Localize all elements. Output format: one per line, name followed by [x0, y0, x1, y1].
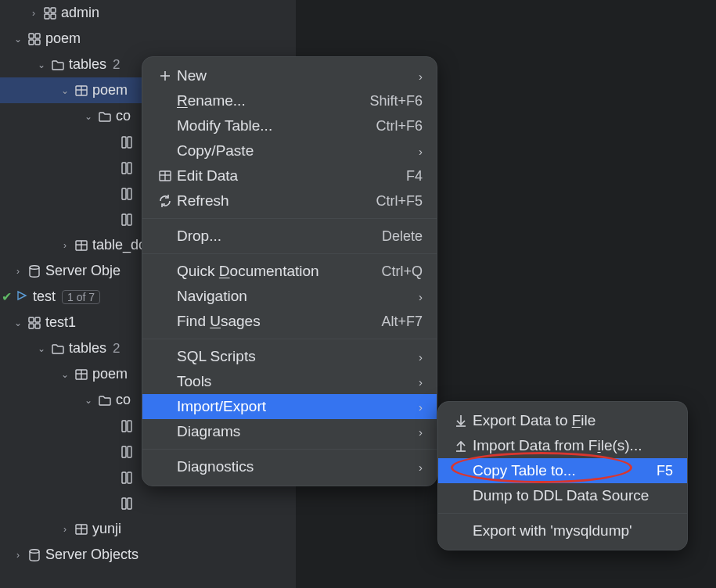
tree-label: yunji: [92, 521, 121, 537]
datasource-icon: [13, 290, 31, 304]
submenu-arrow-icon: ›: [419, 145, 423, 158]
chevron-down-icon: ⌄: [34, 59, 49, 70]
schema-icon: [25, 316, 44, 330]
menu-label: Find Usages: [177, 313, 381, 330]
menu-label: Navigation: [177, 288, 419, 305]
folder-icon: [95, 393, 114, 407]
chevron-down-icon: ⌄: [81, 111, 95, 122]
submenu-mysqldump[interactable]: Export with 'mysqldump': [438, 518, 687, 543]
refresh-icon: [155, 194, 175, 208]
check-icon: ✔: [0, 289, 13, 304]
column-icon: [117, 187, 136, 201]
chevron-right-icon: ›: [58, 240, 72, 251]
table-icon: [72, 84, 91, 98]
menu-label: Quick Documentation: [177, 263, 381, 280]
tree-label: Server Objects: [45, 547, 139, 563]
submenu-export-file[interactable]: Export Data to File: [438, 408, 687, 433]
chevron-down-icon: ⌄: [58, 85, 72, 96]
menu-modify[interactable]: Modify Table... Ctrl+F6: [142, 113, 437, 138]
item-count: 2: [113, 341, 120, 357]
shortcut-hint: Ctrl+Q: [381, 264, 423, 280]
table-icon: [155, 169, 175, 183]
folder-icon: [49, 58, 67, 72]
submenu-arrow-icon: ›: [419, 290, 423, 303]
menu-label: Export with 'mysqldump': [473, 522, 673, 540]
tree-label: Server Obje: [45, 263, 121, 279]
schema-count-badge: 1 of 7: [62, 290, 100, 304]
tree-label: co: [116, 108, 131, 124]
menu-sql-scripts[interactable]: SQL Scripts ›: [142, 344, 437, 369]
shortcut-hint: F5: [657, 463, 673, 479]
menu-quickdoc[interactable]: Quick Documentation Ctrl+Q: [142, 259, 437, 284]
submenu-copy-table[interactable]: Copy Table to... F5: [438, 458, 687, 483]
menu-label: Dump to DDL Data Source: [473, 487, 673, 504]
menu-refresh[interactable]: Refresh Ctrl+F5: [142, 188, 437, 213]
menu-label: Edit Data: [177, 167, 406, 185]
shortcut-hint: Ctrl+F6: [376, 118, 423, 134]
tree-item-column[interactable]: [0, 490, 296, 516]
menu-label: New: [177, 67, 419, 84]
menu-label: Drop...: [177, 228, 382, 245]
menu-label: Import Data from File(s)...: [473, 437, 673, 454]
table-icon: [72, 238, 91, 253]
plus-icon: [155, 69, 175, 83]
menu-tools[interactable]: Tools ›: [142, 369, 437, 394]
menu-import-export[interactable]: Import/Export ›: [142, 394, 437, 419]
tree-label: poem: [45, 30, 81, 47]
schema-icon: [25, 32, 44, 46]
menu-edit-data[interactable]: Edit Data F4: [142, 163, 437, 188]
menu-label: Import/Export: [177, 398, 419, 415]
menu-find-usages[interactable]: Find Usages Alt+F7: [142, 309, 437, 334]
table-icon: [72, 522, 91, 536]
table-icon: [72, 368, 91, 382]
folder-icon: [95, 109, 114, 124]
submenu-arrow-icon: ›: [419, 461, 423, 474]
tree-item-poem-schema[interactable]: ⌄ poem: [0, 26, 296, 52]
menu-separator: [142, 253, 437, 254]
tree-item-admin[interactable]: › admin: [0, 0, 296, 26]
menu-label: Tools: [177, 373, 419, 390]
server-icon: [25, 548, 44, 562]
shortcut-hint: Alt+F7: [381, 314, 423, 330]
menu-label: Diagrams: [177, 423, 419, 440]
submenu-arrow-icon: ›: [419, 400, 423, 414]
chevron-down-icon: ⌄: [81, 395, 95, 406]
tree-item-yunji[interactable]: › yunji: [0, 516, 296, 542]
menu-separator: [438, 513, 687, 514]
menu-navigation[interactable]: Navigation ›: [142, 284, 437, 309]
chevron-down-icon: ⌄: [11, 34, 25, 45]
menu-new[interactable]: New ›: [142, 63, 437, 88]
menu-diagrams[interactable]: Diagrams ›: [142, 419, 437, 444]
submenu-import-file[interactable]: Import Data from File(s)...: [438, 433, 687, 458]
tree-label: co: [116, 392, 131, 408]
item-count: 2: [113, 57, 120, 73]
menu-rename[interactable]: Rename... Shift+F6: [142, 88, 437, 113]
tree-label: tables: [69, 340, 106, 357]
shortcut-hint: Shift+F6: [369, 93, 423, 109]
menu-label: Refresh: [177, 192, 376, 210]
upload-icon: [451, 439, 471, 453]
menu-separator: [142, 339, 437, 339]
tree-label: poem: [92, 82, 128, 99]
chevron-down-icon: ⌄: [58, 369, 72, 380]
submenu-dump-ddl[interactable]: Dump to DDL Data Source: [438, 483, 687, 508]
menu-separator: [142, 449, 437, 450]
context-menu[interactable]: New › Rename... Shift+F6 Modify Table...…: [142, 56, 437, 486]
column-icon: [117, 445, 136, 459]
shortcut-hint: Ctrl+F5: [376, 193, 423, 210]
shortcut-hint: Delete: [382, 228, 423, 245]
submenu-arrow-icon: ›: [419, 350, 423, 364]
tree-label: admin: [61, 5, 99, 21]
chevron-down-icon: ⌄: [34, 343, 49, 354]
menu-copypaste[interactable]: Copy/Paste ›: [142, 138, 437, 163]
chevron-right-icon: ›: [58, 524, 72, 535]
menu-separator: [142, 218, 437, 219]
import-export-submenu[interactable]: Export Data to File Import Data from Fil…: [437, 401, 688, 550]
tree-label: test1: [45, 314, 76, 331]
menu-diagnostics[interactable]: Diagnostics ›: [142, 454, 437, 479]
tree-item-server-objects2[interactable]: › Server Objects: [0, 542, 296, 568]
column-icon: [117, 135, 136, 149]
menu-drop[interactable]: Drop... Delete: [142, 224, 437, 249]
menu-label: Diagnostics: [177, 458, 419, 475]
folder-icon: [49, 342, 67, 356]
